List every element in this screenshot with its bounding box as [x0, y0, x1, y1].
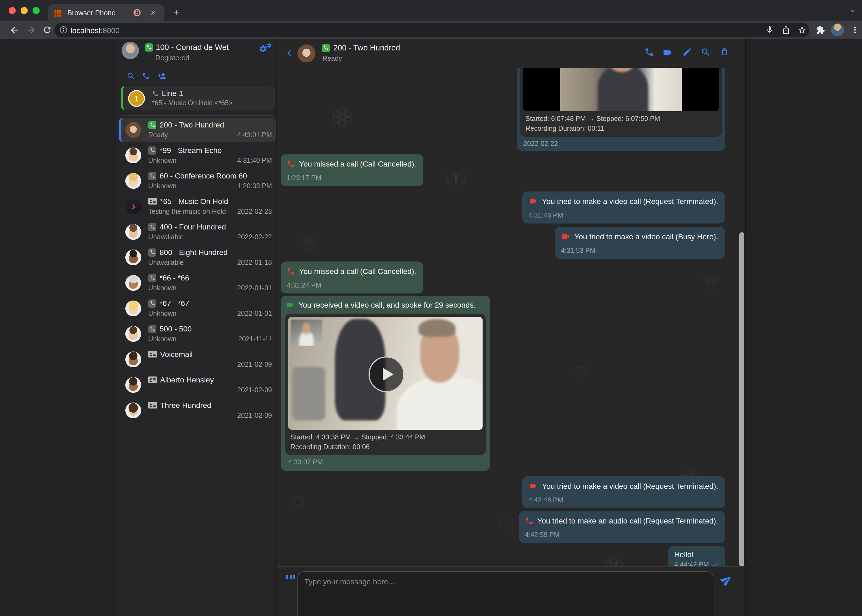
contact-item-200[interactable]: 200 - Two Hundred Ready 4:43:01 PM — [117, 118, 277, 143]
browser-tab[interactable]: Browser Phone — [48, 4, 164, 21]
play-button[interactable] — [369, 357, 404, 392]
avatar — [125, 122, 141, 138]
message-text: Hello! — [674, 550, 719, 559]
message-time: 4:42:48 PM — [528, 497, 718, 504]
line-number-badge: 1 — [128, 90, 145, 107]
contact-item-three-hundred[interactable]: Three Hundred 2021-02-09 — [117, 398, 277, 424]
close-window-button[interactable] — [9, 7, 16, 14]
contact-item-alberto[interactable]: Alberto Hensley 2021-02-09 — [117, 373, 277, 398]
contact-name: 500 - 500 — [159, 324, 192, 333]
message-video-attempt: You tried to make a video call (Request … — [281, 192, 725, 223]
message-input[interactable] — [298, 571, 713, 616]
pip-video — [291, 319, 322, 346]
mic-icon[interactable] — [765, 25, 774, 34]
tab-title: Browser Phone — [67, 9, 116, 17]
settings-gear-icon[interactable] — [259, 44, 271, 55]
search-icon[interactable] — [701, 47, 711, 57]
contact-time: 2022-01-18 — [237, 259, 272, 266]
trash-icon[interactable] — [720, 47, 729, 57]
search-icon[interactable] — [126, 72, 136, 81]
contact-item-star66[interactable]: *66 - *66 Unknown 2022-01-01 — [117, 271, 277, 296]
avatar — [125, 402, 141, 418]
chat-header: 200 - Two Hundred Ready — [277, 39, 745, 68]
video-call-icon[interactable] — [662, 47, 673, 58]
check-icon — [712, 561, 719, 567]
contact-name: *99 - Stream Echo — [159, 146, 222, 155]
contact-item-500[interactable]: 500 - 500 Unknown 2021-11-11 — [117, 322, 277, 347]
contact-item-99[interactable]: *99 - Stream Echo Unknown 4:31:40 PM — [117, 143, 277, 169]
contact-item-star67[interactable]: *67 - *67 Unknown 2022-01-01 — [117, 296, 277, 322]
chevron-down-icon[interactable] — [849, 7, 857, 15]
message-time: 4:31:53 PM — [561, 247, 718, 255]
app-window: Browser Phone localhost:8000 — [0, 0, 862, 616]
message-time: 1:23:17 PM — [287, 174, 416, 182]
pencil-icon[interactable] — [682, 47, 692, 57]
contact-status: Unavailable — [148, 259, 184, 266]
video-thumbnail[interactable] — [288, 317, 482, 430]
contact-time: 2022-02-22 — [237, 233, 272, 241]
browser-profile-avatar[interactable] — [831, 23, 844, 36]
contact-item-voicemail[interactable]: Voicemail 2021-02-09 — [117, 347, 277, 373]
browser-phone-app: 100 - Conrad de Wet Registered — [0, 39, 862, 616]
profile-name: 100 - Conrad de Wet — [156, 43, 229, 52]
sidebar-actions — [117, 69, 277, 86]
contact-item-65[interactable]: ♪ *65 - Music On Hold Testing the music … — [117, 194, 277, 220]
video-recording-card: Started: 6:07:48 PM → Stopped: 6:07:59 P… — [520, 68, 722, 137]
sidebar: 100 - Conrad de Wet Registered — [117, 39, 277, 616]
avatar — [125, 300, 141, 316]
person-add-icon[interactable] — [157, 72, 167, 81]
zoom-window-button[interactable] — [33, 7, 39, 14]
contact-item-800[interactable]: 800 - Eight Hundred Unavailable 2022-01-… — [117, 245, 277, 271]
video-thumbnail[interactable] — [523, 68, 719, 111]
message-list: Started: 6:07:48 PM → Stopped: 6:07:59 P… — [277, 68, 745, 567]
message-video-attempt: You tried to make a video call (Request … — [281, 476, 725, 508]
extensions-icon[interactable] — [816, 25, 825, 35]
avatar — [125, 148, 141, 163]
back-icon[interactable] — [9, 25, 19, 35]
video-red-icon — [561, 232, 570, 241]
chat-message-area[interactable]: Started: 6:07:48 PM → Stopped: 6:07:59 P… — [277, 68, 745, 567]
message-recording: Started: 6:07:48 PM → Stopped: 6:07:59 P… — [281, 68, 725, 151]
close-tab-icon[interactable] — [150, 9, 157, 16]
contact-time: 2022-01-01 — [237, 310, 272, 317]
video-red-icon — [528, 197, 538, 206]
url-port: :8000 — [101, 26, 120, 35]
browser-tab-strip: Browser Phone — [0, 0, 862, 21]
share-icon[interactable] — [782, 25, 790, 34]
ellipsis-icon[interactable] — [286, 575, 295, 579]
line-1-item[interactable]: 1 Line 1 *65 - Music On Hold <*65> — [121, 86, 275, 110]
avatar — [125, 377, 141, 393]
message-text: You missed a call (Call Cancelled). — [299, 267, 416, 276]
address-bar[interactable]: localhost:8000 — [54, 23, 809, 38]
contact-status: Unknown — [148, 157, 176, 164]
url-text[interactable]: localhost:8000 — [71, 26, 120, 35]
browser-menu-icon[interactable] — [850, 25, 860, 35]
dial-phone-icon[interactable] — [142, 72, 150, 80]
contact-name: Three Hundred — [160, 401, 211, 410]
phone-red-icon — [525, 517, 534, 525]
contact-item-400[interactable]: 400 - Four Hundred Unavailable 2022-02-2… — [117, 220, 277, 245]
phone-badge-icon — [148, 248, 156, 256]
contact-name: 60 - Conference Room 60 — [159, 171, 247, 180]
minimize-window-button[interactable] — [20, 7, 28, 14]
forward-icon[interactable] — [26, 25, 36, 35]
send-icon[interactable] — [719, 572, 735, 588]
contact-name: 200 - Two Hundred — [159, 121, 224, 129]
info-icon[interactable] — [59, 25, 68, 34]
chat-scrollbar[interactable] — [739, 232, 744, 567]
browser-toolbar: localhost:8000 — [0, 21, 862, 39]
chevron-left-icon[interactable] — [284, 47, 295, 59]
reload-icon[interactable] — [43, 25, 52, 35]
contact-time: 2021-02-09 — [237, 386, 272, 394]
contact-status: Unknown — [148, 310, 176, 317]
phone-badge-icon — [148, 172, 156, 180]
audio-call-icon[interactable] — [645, 47, 654, 57]
contact-status: Ready — [148, 131, 168, 139]
avatar — [298, 44, 315, 62]
contact-item-60[interactable]: 60 - Conference Room 60 Unknown 1:20:33 … — [117, 169, 277, 194]
recording-duration: Recording Duration: 00:06 — [290, 443, 481, 451]
new-tab-icon[interactable] — [173, 8, 181, 16]
contact-name: *67 - *67 — [159, 299, 189, 308]
avatar[interactable] — [121, 42, 139, 59]
star-icon[interactable] — [797, 25, 807, 35]
